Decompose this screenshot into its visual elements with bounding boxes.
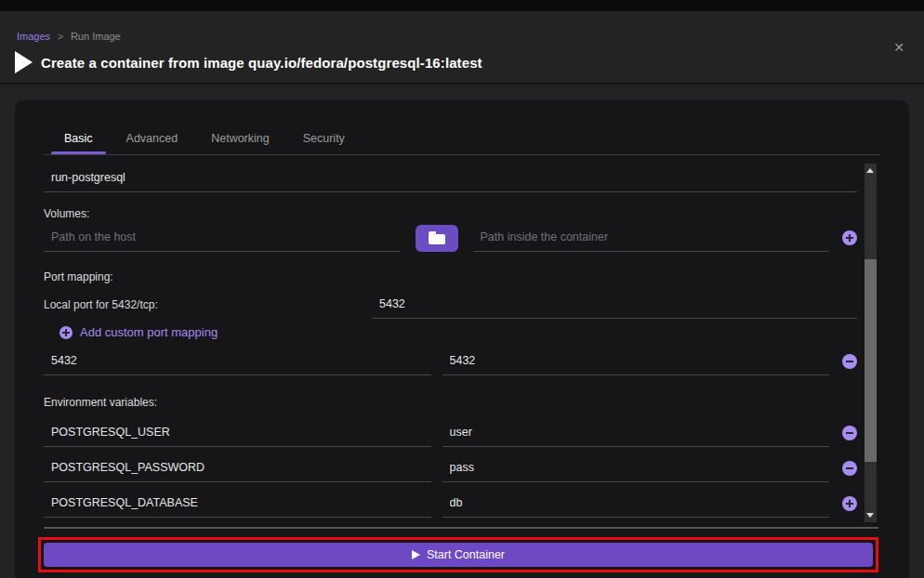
volume-container-path-input[interactable] [473, 224, 830, 252]
scrollbar-thumb[interactable] [865, 259, 877, 462]
custom-port-row [44, 348, 857, 375]
start-container-label: Start Container [427, 548, 505, 561]
basic-tab-content: Volumes: Port mapping: Local port for 54… [15, 155, 909, 518]
local-port-row: Local port for 5432/tcp: [44, 291, 857, 319]
scroll-up-icon[interactable] [866, 168, 874, 173]
env-row [44, 419, 857, 447]
env-name-input[interactable] [44, 419, 431, 447]
env-name-input[interactable] [44, 490, 431, 518]
volumes-label: Volumes: [44, 207, 857, 220]
add-custom-port-mapping-link[interactable]: Add custom port mapping [59, 325, 857, 339]
breadcrumb-separator-icon: > [58, 32, 63, 42]
env-name-input[interactable] [44, 454, 431, 482]
annotation-highlight-box: Start Container [38, 537, 878, 572]
env-row [44, 490, 857, 518]
local-port-label: Local port for 5432/tcp: [44, 298, 372, 311]
breadcrumb: Images > Run Image [17, 31, 924, 42]
volume-row [44, 224, 857, 252]
title-row: Create a container from image quay.io/fe… [17, 51, 924, 73]
local-port-input[interactable] [372, 291, 857, 319]
play-icon [15, 51, 33, 73]
scrollbar[interactable] [865, 164, 877, 522]
container-name-input[interactable] [44, 164, 857, 192]
remove-env-variable-icon[interactable] [842, 461, 857, 476]
tab-security[interactable]: Security [290, 128, 358, 154]
scroll-down-icon[interactable] [866, 513, 874, 518]
add-custom-port-mapping-label: Add custom port mapping [80, 325, 218, 339]
add-volume-icon[interactable] [842, 230, 857, 245]
custom-port-host-input[interactable] [44, 348, 431, 375]
footer-divider [44, 527, 878, 529]
port-mapping-label: Port mapping: [44, 270, 857, 283]
tab-advanced[interactable]: Advanced [113, 128, 191, 154]
environment-variables-label: Environment variables: [44, 396, 857, 409]
start-container-button[interactable]: Start Container [44, 543, 873, 567]
window-titlebar [0, 0, 924, 11]
remove-env-variable-icon[interactable] [842, 426, 857, 440]
page-title: Create a container from image quay.io/fe… [41, 55, 482, 71]
tab-basic[interactable]: Basic [51, 128, 106, 154]
env-value-input[interactable] [442, 454, 830, 482]
volume-host-path-input[interactable] [44, 224, 401, 252]
env-value-input[interactable] [442, 490, 830, 518]
env-value-input[interactable] [442, 419, 830, 447]
custom-port-container-input[interactable] [442, 348, 830, 375]
folder-icon [429, 234, 445, 244]
add-env-variable-icon[interactable] [842, 496, 857, 511]
remove-port-mapping-icon[interactable] [842, 354, 857, 369]
run-image-panel: Basic Advanced Networking Security Volum… [15, 100, 909, 578]
play-icon [412, 550, 420, 559]
dialog-header: Images > Run Image Create a container fr… [0, 11, 924, 85]
env-row [44, 454, 857, 482]
tab-networking[interactable]: Networking [198, 128, 283, 154]
tab-bar: Basic Advanced Networking Security [44, 128, 880, 155]
plus-circle-icon [59, 326, 73, 339]
breadcrumb-images-link[interactable]: Images [17, 31, 50, 42]
breadcrumb-current: Run Image [71, 31, 121, 42]
browse-folder-button[interactable] [416, 225, 458, 252]
close-icon[interactable] [891, 39, 907, 56]
